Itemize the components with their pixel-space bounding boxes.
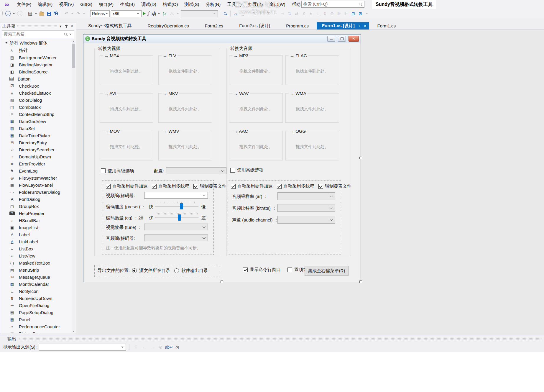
toolbox-item[interactable]: ↕ DomainUpDown <box>1 153 72 160</box>
toolbox-item[interactable]: ◪ PictureBox <box>1 330 72 333</box>
undo-icon[interactable]: ↶ <box>63 10 69 17</box>
toolbox-item[interactable]: ▦ DateTimePicker <box>1 132 72 139</box>
start-debug-button[interactable]: 启动 <box>143 10 156 17</box>
menu-item[interactable]: 项目(P) <box>96 0 117 9</box>
toolbox-item[interactable]: ▥ DataSet <box>1 125 72 132</box>
navigate-forward-icon[interactable]: → <box>17 10 23 17</box>
back-dropdown-icon[interactable] <box>13 13 15 14</box>
resize-icon[interactable]: ⇕ <box>321 10 328 17</box>
toolbar-overflow-icon[interactable] <box>366 13 368 14</box>
toolbox-item[interactable]: ▦ MonthCalendar <box>1 281 72 288</box>
minimize-button[interactable] <box>327 36 335 42</box>
save-icon[interactable] <box>46 10 52 17</box>
drop-zone[interactable]: → MP4 拖拽文件到此处。 <box>100 55 153 85</box>
menu-item[interactable]: 分析(N) <box>202 0 224 9</box>
toolbox-item[interactable]: ▭ FolderBrowserDialog <box>1 188 72 196</box>
output-dir-radio[interactable] <box>174 268 179 273</box>
scrollbar-thumb[interactable] <box>72 44 75 68</box>
source-dir-radio[interactable] <box>132 268 137 273</box>
toolbox-item[interactable]: ↦ OpenFileDialog <box>1 302 72 309</box>
hw-accel-checkbox[interactable] <box>106 184 111 189</box>
show-grid-icon[interactable]: ⊞ <box>251 10 258 17</box>
align-bottoms-icon[interactable]: ⊻ <box>300 10 307 17</box>
size-to-grid-icon[interactable]: ⊥ <box>314 10 321 17</box>
output-source-combo[interactable] <box>39 344 126 351</box>
toolbox-item[interactable]: ▤ PageSetupDialog <box>1 309 72 316</box>
toolbox-item[interactable]: ↯ EventLog <box>1 167 72 174</box>
toolbox-item[interactable]: ▤ BackgroundWorker <box>1 54 72 61</box>
pin-icon[interactable]: + <box>358 24 361 28</box>
search-icon[interactable] <box>359 2 362 6</box>
align-tops-icon[interactable]: ⇅ <box>286 10 293 17</box>
drop-zone[interactable]: → AAC 拖拽文件到此处。 <box>229 131 283 160</box>
toolbox-item[interactable]: ▣ ImageList <box>1 224 72 231</box>
designed-form-window[interactable]: C Sundy 音视频格式转换工具 ✕ 转换为视频 → MP4 拖拽文件到此处。… <box>83 34 361 282</box>
output-content[interactable] <box>0 352 544 392</box>
toolbox-search-box[interactable]: 搜索工具箱 <box>2 30 74 38</box>
menu-item[interactable]: 格式(O) <box>160 0 181 9</box>
slider-thumb[interactable] <box>180 203 183 209</box>
resize-handle-bottom[interactable] <box>221 281 223 283</box>
next-message-icon[interactable]: → <box>149 344 156 350</box>
toolbox-item[interactable]: ▧ ColorDialog <box>1 96 72 104</box>
toolbox-item[interactable]: ≈ PerformanceCounter <box>1 323 72 330</box>
use-advanced-checkbox[interactable] <box>230 168 235 173</box>
toolbox-item[interactable]: ▩ FlowLayoutPanel <box>1 181 72 188</box>
debug-target-combo[interactable] <box>181 10 218 17</box>
cq-slider[interactable] <box>155 214 198 221</box>
drop-zone[interactable]: → AVI 拖拽文件到此处。 <box>100 93 153 123</box>
save-output-icon[interactable]: ↧ <box>133 344 139 350</box>
toolbox-item[interactable]: ab Button <box>1 75 72 82</box>
toolbar-grip[interactable] <box>2 11 3 17</box>
solution-platform-combo[interactable]: x86 <box>111 10 142 17</box>
menu-item[interactable]: 编辑(E) <box>34 0 56 9</box>
align-lefts-icon[interactable]: ≣ <box>265 10 272 17</box>
output-header[interactable]: 输出 <box>0 335 544 343</box>
drop-zone[interactable]: → MOV 拖拽文件到此处。 <box>100 131 153 160</box>
multithread-checkbox[interactable] <box>277 184 282 189</box>
tab-form1-design-active[interactable]: Form1.cs [设计] + × <box>317 22 369 29</box>
solution-explorer-icon[interactable]: ⌂ <box>233 10 239 17</box>
slider-thumb[interactable] <box>178 214 181 221</box>
toolbar-grip[interactable] <box>247 11 249 17</box>
menu-item[interactable]: 文件(F) <box>14 0 34 9</box>
new-file-dropdown-icon[interactable] <box>35 13 37 14</box>
menu-item[interactable]: 视图(V) <box>56 0 77 9</box>
slider-track[interactable] <box>155 217 198 218</box>
tab-sundy-tool[interactable]: Sundy⋯格式转换工具 <box>80 22 140 29</box>
toolbox-item[interactable]: A FontDialog <box>1 196 72 203</box>
redo-icon[interactable]: ↷ <box>75 10 81 17</box>
horizontal-spacing-icon[interactable]: ⊪ <box>336 10 343 17</box>
sample-rate-combo[interactable] <box>277 192 335 200</box>
hot-reload-dropdown-icon[interactable] <box>177 13 179 14</box>
toolbox-group-header[interactable]: 所有 Windows 窗体 <box>1 40 72 47</box>
vertical-spacing-icon[interactable]: ⊫ <box>343 10 350 17</box>
previous-message-icon[interactable]: ← <box>141 344 147 350</box>
video-codec-combo[interactable] <box>144 192 208 199</box>
toolbox-item[interactable]: ⊞ DirectoryEntry <box>1 139 72 146</box>
toolbox-scrollbar[interactable]: ▲ ▼ <box>72 40 75 333</box>
drop-zone[interactable]: → WMV 拖拽文件到此处。 <box>158 131 212 160</box>
menu-item[interactable]: 测试(S) <box>181 0 202 9</box>
channel-combo[interactable] <box>277 216 335 224</box>
topmost-checkbox[interactable] <box>287 268 292 272</box>
toolbox-item[interactable]: ▢ GroupBox <box>1 203 72 210</box>
menu-item[interactable]: Git(G) <box>77 0 96 9</box>
toolbox-item[interactable]: ⊙ DirectorySearcher <box>1 146 72 153</box>
overwrite-checkbox[interactable] <box>193 184 198 189</box>
menu-item[interactable]: 调试(D) <box>138 0 160 9</box>
drop-zone[interactable]: → OGG 拖拽文件到此处。 <box>285 131 339 160</box>
word-wrap-icon[interactable]: ab↵ <box>166 344 172 350</box>
send-to-back-icon[interactable]: ⊠ <box>357 10 364 17</box>
toolbox-item[interactable]: ▦ DataGridView <box>1 118 72 125</box>
toolbox-item[interactable]: (.) MaskedTextBox <box>1 259 72 266</box>
drop-zone[interactable]: → WAV 拖拽文件到此处。 <box>229 93 283 123</box>
toolbox-item[interactable]: ☑ CheckBox <box>1 82 72 89</box>
solution-configuration-combo[interactable]: Releas <box>90 10 110 17</box>
toolbox-header[interactable]: 工具箱 ▼ × <box>0 22 76 30</box>
toolbox-item[interactable]: ⊗ ErrorProvider <box>1 160 72 167</box>
slider-track[interactable] <box>155 206 198 207</box>
toolbox-item[interactable]: ◧ BindingSource <box>1 68 72 75</box>
drop-zone[interactable]: → FLAC 拖拽文件到此处。 <box>285 55 339 85</box>
toolbox-item[interactable]: ∷ ListView <box>1 252 72 259</box>
